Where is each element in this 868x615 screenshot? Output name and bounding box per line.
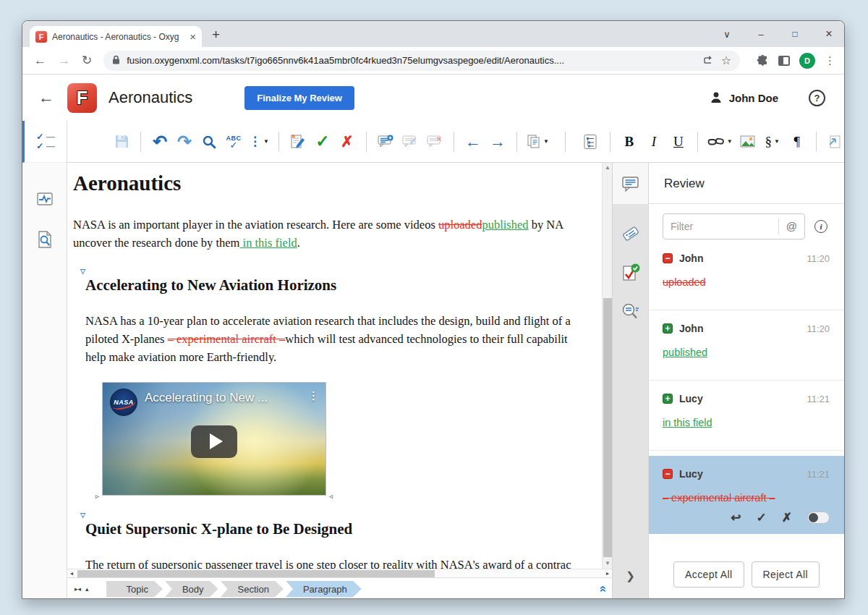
scroll-down-icon[interactable]: ▼ <box>603 559 612 569</box>
minimize-button[interactable]: – <box>756 29 766 40</box>
reject-all-button[interactable]: Reject All <box>752 561 820 588</box>
italic-button[interactable]: I <box>644 131 663 153</box>
inline-marker-left: ▹ <box>95 492 99 500</box>
person-icon <box>710 91 723 104</box>
video-embed[interactable]: NASA Accelerating to New ... ⋮ <box>102 382 326 496</box>
caret-up-icon[interactable]: ▴ <box>85 585 89 593</box>
browser-menu-icon[interactable]: ⋮ <box>825 54 835 67</box>
section-collapse-icon[interactable]: ▽ <box>80 512 85 519</box>
maximize-button[interactable]: □ <box>790 29 800 39</box>
app-header: ← F Aeronautics Finalize My Review John … <box>22 75 844 121</box>
scroll-up-icon[interactable]: ▲ <box>603 163 612 173</box>
address-bar[interactable]: fusion.oxygenxml.com/tasks/t7igo665nnv6k… <box>103 51 740 71</box>
collapse-bottom-bar-icon[interactable]: « <box>595 585 610 592</box>
delete-comment-button[interactable] <box>425 131 444 153</box>
tab-search-icon[interactable]: ∨ <box>722 29 732 40</box>
document-editor[interactable]: Aeronautics NASA is an important player … <box>67 163 612 569</box>
insert-image-button[interactable] <box>739 131 757 153</box>
add-comment-button[interactable] <box>376 131 395 153</box>
save-button[interactable] <box>112 131 131 153</box>
panel-tab-find-results[interactable] <box>613 292 648 331</box>
vertical-scroll-thumb[interactable] <box>603 298 612 557</box>
sidebar-item-search[interactable] <box>22 219 67 260</box>
review-panel-title: Review <box>649 163 844 204</box>
back-icon[interactable]: ← <box>34 54 46 68</box>
inline-marker-right: ◃ <box>329 492 333 500</box>
search-button[interactable] <box>200 131 218 153</box>
document-structure-button[interactable] <box>582 131 600 153</box>
filter-info-icon[interactable]: i <box>814 220 827 233</box>
filter-box: @ <box>663 213 805 239</box>
sidebar-item-validation[interactable] <box>22 179 67 219</box>
undo-button[interactable]: ↶ <box>150 131 169 153</box>
sidebar-item-review-tasks[interactable]: ✓ —✓ — <box>22 121 67 163</box>
review-comment-card-selected[interactable]: − Lucy 11:21 – experimental aircraft – ↩… <box>649 456 844 534</box>
reply-icon[interactable]: ↩ <box>731 510 741 525</box>
reject-change-icon[interactable]: ✗ <box>782 510 792 525</box>
video-play-button[interactable] <box>191 425 237 458</box>
insert-section-button[interactable]: §▼ <box>763 131 782 153</box>
review-comment-card[interactable]: + John 11:20 published <box>649 310 844 381</box>
panel-tab-review[interactable] <box>613 163 648 204</box>
panel-tab-tags[interactable] <box>613 214 648 253</box>
url-text: fusion.oxygenxml.com/tasks/t7igo665nnv6k… <box>127 55 696 66</box>
toolbar-overflow-menu[interactable]: ⋮▼ <box>249 131 269 153</box>
breadcrumb-paragraph[interactable]: Paragraph <box>286 581 362 598</box>
profile-avatar[interactable]: D <box>799 53 815 69</box>
browser-tab[interactable]: F Aeronautics - Aeronautics - Oxyg × <box>30 26 202 47</box>
side-panel-icon[interactable] <box>778 56 790 66</box>
horizontal-scrollbar[interactable]: ◂ ▸ <box>67 569 612 577</box>
edit-comment-button[interactable] <box>401 131 420 153</box>
help-icon[interactable]: ? <box>809 90 825 106</box>
app-back-icon[interactable]: ← <box>38 88 54 107</box>
element-breadcrumb: ▸◂ ▴ Topic Body Section Paragraph « <box>67 577 612 599</box>
mention-filter-button[interactable]: @ <box>778 219 804 234</box>
browser-url-bar: ← → ↻ fusion.oxygenxml.com/tasks/t7igo66… <box>22 47 844 75</box>
panel-tab-validation[interactable] <box>613 253 648 292</box>
tag-icon <box>621 224 640 243</box>
track-changes-button[interactable] <box>289 131 307 153</box>
vertical-scrollbar[interactable]: ▲ ▼ <box>602 163 612 569</box>
bold-button[interactable]: B <box>620 131 639 153</box>
finalize-review-button[interactable]: Finalize My Review <box>244 86 354 110</box>
spell-check-button[interactable]: ABC✓ <box>224 131 243 153</box>
video-menu-icon[interactable]: ⋮ <box>308 389 319 402</box>
redo-button[interactable]: ↷ <box>175 131 194 153</box>
underline-button[interactable]: U <box>669 131 688 153</box>
bookmark-star-icon[interactable]: ☆ <box>721 54 731 67</box>
filter-input[interactable] <box>663 221 778 232</box>
horizontal-scroll-thumb[interactable] <box>77 570 435 577</box>
deletion-icon: − <box>663 253 673 263</box>
show-in-document-toggle[interactable] <box>807 512 830 524</box>
paragraph-marks-button[interactable]: ¶ <box>788 131 807 153</box>
document-paragraph: NASA is an important player in the aviat… <box>73 216 602 252</box>
extensions-puzzle-icon[interactable] <box>757 54 769 67</box>
reject-change-button[interactable]: ✗ <box>338 131 357 153</box>
breadcrumb-body[interactable]: Body <box>165 581 218 598</box>
tab-close-icon[interactable]: × <box>190 31 196 42</box>
new-tab-button[interactable]: + <box>212 27 220 43</box>
accept-change-icon[interactable]: ✓ <box>757 510 767 525</box>
review-comment-card[interactable]: − John 11:20 uploaded <box>649 240 844 310</box>
collapse-panel-icon[interactable]: ❯ <box>613 569 648 582</box>
forward-icon[interactable]: → <box>58 54 70 68</box>
cursor-position-icon[interactable]: ▸◂ <box>75 585 81 593</box>
share-icon[interactable] <box>703 54 715 67</box>
breadcrumb-topic[interactable]: Topic <box>106 581 163 598</box>
section-collapse-icon[interactable]: ▽ <box>80 268 85 275</box>
user-name: John Doe <box>729 92 778 104</box>
close-window-button[interactable]: × <box>824 27 834 41</box>
reload-icon[interactable]: ↻ <box>82 53 92 68</box>
accept-all-button[interactable]: Accept All <box>673 561 744 588</box>
next-change-button[interactable]: → <box>488 131 507 153</box>
breadcrumb-section[interactable]: Section <box>221 581 284 598</box>
previous-change-button[interactable]: ← <box>464 131 482 153</box>
link-button[interactable]: ▼ <box>707 131 733 153</box>
reuse-content-button[interactable] <box>826 131 844 153</box>
review-bulk-actions: Accept All Reject All <box>649 561 844 588</box>
review-comment-card[interactable]: + Lucy 11:21 in this field <box>649 381 844 451</box>
user-menu[interactable]: John Doe <box>710 91 778 104</box>
accept-change-button[interactable]: ✓ <box>313 131 332 153</box>
copy-paste-button[interactable]: ▼ <box>527 131 549 153</box>
document-title-header: Aeronautics <box>109 88 192 107</box>
